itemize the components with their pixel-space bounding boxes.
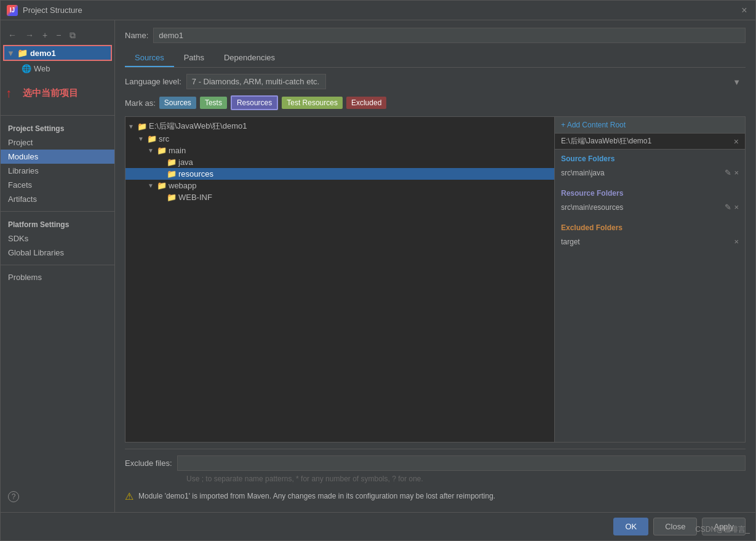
- path-header: E:\后端\JavaWeb\狂\demo1 ×: [555, 134, 745, 150]
- folder-icon: 📁: [147, 134, 157, 143]
- tab-paths[interactable]: Paths: [174, 49, 214, 67]
- sidebar-item-project[interactable]: Project: [1, 135, 114, 150]
- resource-folders-title: Resource Folders: [561, 189, 739, 198]
- edit-source-folder-button[interactable]: ✎: [725, 168, 731, 177]
- global-libraries-label: Global Libraries: [8, 248, 64, 257]
- tree-row[interactable]: ▼ 📁 src: [125, 133, 554, 145]
- info-panel-header: + Add Content Root: [555, 117, 745, 134]
- tree-item-label: resources: [178, 169, 213, 178]
- name-row: Name:: [125, 28, 746, 43]
- mark-as-resources-button[interactable]: Resources: [231, 95, 278, 110]
- module-folder-icon: 📁: [17, 48, 28, 58]
- watermark: CSDN@咖啡言_: [695, 524, 750, 535]
- remove-excluded-folder-button[interactable]: ×: [734, 237, 739, 246]
- excluded-folders-title: Excluded Folders: [561, 223, 739, 232]
- sidebar-item-global-libraries[interactable]: Global Libraries: [1, 246, 114, 260]
- module-item-demo1[interactable]: ▼ 📁 demo1: [3, 45, 112, 61]
- module-demo1-label: demo1: [30, 49, 56, 58]
- divider-2: [1, 211, 114, 212]
- help-button[interactable]: ?: [1, 486, 114, 507]
- tree-row-resources[interactable]: 📁 resources: [125, 168, 554, 180]
- folder-icon: 📁: [167, 193, 177, 202]
- tree-row[interactable]: ▼ 📁 webapp: [125, 180, 554, 191]
- main-content: ← → + − ⧉ ▼ 📁 demo1 🌐 Web: [1, 20, 755, 512]
- language-level-label: Language level:: [125, 77, 181, 86]
- close-icon[interactable]: ×: [739, 6, 749, 15]
- file-tree-panel: ▼ 📁 E:\后端\JavaWeb\狂\demo1 ▼ 📁 src ▼ 📁: [125, 116, 555, 443]
- sdks-label: SDKs: [8, 234, 28, 243]
- tree-item-label: main: [169, 146, 186, 155]
- warning-text: Module 'demo1' is imported from Maven. A…: [138, 491, 495, 502]
- remove-resource-folder-button[interactable]: ×: [734, 202, 739, 212]
- tree-row[interactable]: ▼ 📁 E:\后端\JavaWeb\狂\demo1: [125, 119, 554, 133]
- project-label: Project: [8, 138, 33, 147]
- excluded-folder-actions: ×: [734, 237, 739, 246]
- dialog-title: Project Structure: [23, 6, 82, 15]
- exclude-files-input[interactable]: [177, 455, 746, 471]
- nav-forward-button[interactable]: →: [23, 29, 36, 41]
- content-root-path: E:\后端\JavaWeb\狂\demo1: [561, 136, 651, 146]
- tree-item-label: E:\后端\JavaWeb\狂\demo1: [149, 121, 247, 132]
- language-select-wrapper: 7 - Diamonds, ARM, multi-catch etc. ▼: [186, 74, 746, 89]
- mark-as-excluded-button[interactable]: Excluded: [346, 97, 386, 109]
- exclude-hint-text: Use ; to separate name patterns, * for a…: [186, 475, 746, 483]
- nav-back-button[interactable]: ←: [6, 29, 19, 41]
- sidebar-item-facets[interactable]: Facets: [1, 178, 114, 192]
- add-module-button[interactable]: +: [40, 29, 50, 41]
- mark-as-tests-button[interactable]: Tests: [200, 97, 227, 109]
- artifacts-label: Artifacts: [8, 194, 37, 204]
- modules-label: Modules: [8, 152, 38, 161]
- language-level-select[interactable]: 7 - Diamonds, ARM, multi-catch etc.: [186, 74, 326, 89]
- add-content-root-button[interactable]: + Add Content Root: [561, 121, 626, 129]
- folder-icon: 📁: [157, 181, 167, 190]
- remove-module-button[interactable]: −: [54, 29, 63, 41]
- mark-as-sources-button[interactable]: Sources: [159, 97, 196, 109]
- resource-folder-actions: ✎ ×: [725, 202, 739, 212]
- source-folder-entry: src\main\java ✎ ×: [561, 167, 739, 178]
- ok-button[interactable]: OK: [613, 518, 648, 535]
- sidebar-item-sdks[interactable]: SDKs: [1, 231, 114, 246]
- mark-as-row: Mark as: Sources Tests Resources Test Re…: [125, 95, 746, 110]
- tabs: Sources Paths Dependencies: [125, 49, 746, 68]
- tree-row[interactable]: 📁 WEB-INF: [125, 191, 554, 203]
- warning-icon: ⚠: [125, 491, 133, 502]
- close-button[interactable]: Close: [653, 518, 697, 535]
- sidebar-item-problems[interactable]: Problems: [1, 270, 114, 284]
- resource-folders-section: Resource Folders src\main\resources ✎ ×: [555, 184, 745, 218]
- remove-source-folder-button[interactable]: ×: [734, 168, 739, 177]
- sidebar-item-modules[interactable]: Modules: [1, 150, 114, 164]
- tree-item-label: webapp: [169, 181, 197, 190]
- facets-label: Facets: [8, 180, 32, 190]
- chevron-down-icon: ▼: [733, 77, 741, 86]
- language-row: Language level: 7 - Diamonds, ARM, multi…: [125, 74, 746, 89]
- tree-row[interactable]: ▼ 📁 main: [125, 145, 554, 156]
- exclude-files-label: Exclude files:: [125, 459, 172, 468]
- app-icon: IJ: [7, 5, 18, 16]
- sidebar-item-libraries[interactable]: Libraries: [1, 164, 114, 178]
- bottom-area: Exclude files: Use ; to separate name pa…: [125, 449, 746, 505]
- name-label: Name:: [125, 31, 148, 40]
- module-item-web[interactable]: 🌐 Web: [18, 61, 112, 76]
- sidebar: ← → + − ⧉ ▼ 📁 demo1 🌐 Web: [1, 20, 115, 512]
- folder-icon: 📁: [137, 122, 147, 131]
- divider-1: [1, 115, 114, 116]
- tab-sources[interactable]: Sources: [125, 49, 174, 67]
- tab-dependencies[interactable]: Dependencies: [214, 49, 285, 67]
- remove-content-root-button[interactable]: ×: [734, 137, 739, 146]
- edit-resource-folder-button[interactable]: ✎: [725, 202, 731, 212]
- excluded-folder-path: target: [561, 238, 580, 246]
- sidebar-item-artifacts[interactable]: Artifacts: [1, 192, 114, 206]
- tree-row[interactable]: 📁 java: [125, 156, 554, 168]
- source-folders-section: Source Folders src\main\java ✎ ×: [555, 150, 745, 184]
- chevron-icon: ▼: [138, 135, 145, 142]
- excluded-folders-section: Excluded Folders target ×: [555, 218, 745, 253]
- copy-module-button[interactable]: ⧉: [67, 29, 78, 42]
- folder-icon: 📁: [167, 169, 177, 178]
- source-folders-title: Source Folders: [561, 154, 739, 163]
- title-bar-left: IJ Project Structure: [7, 5, 82, 16]
- content-area: ▼ 📁 E:\后端\JavaWeb\狂\demo1 ▼ 📁 src ▼ 📁: [125, 116, 746, 443]
- dialog-footer: OK Close Apply: [1, 512, 755, 540]
- mark-as-test-resources-button[interactable]: Test Resources: [282, 97, 343, 109]
- name-input[interactable]: [153, 28, 746, 43]
- info-panel: + Add Content Root E:\后端\JavaWeb\狂\demo1…: [555, 116, 746, 443]
